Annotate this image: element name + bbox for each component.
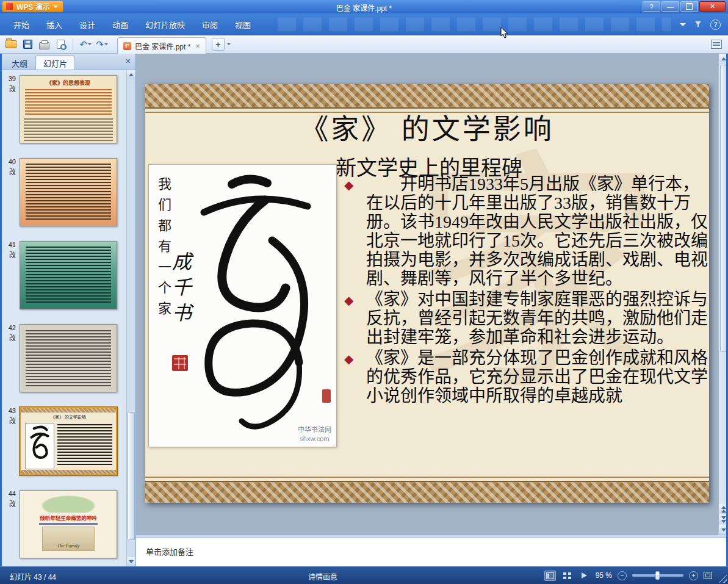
theme-name: 诗情画意 bbox=[308, 571, 337, 582]
slide-thumbnail-42[interactable] bbox=[20, 324, 117, 392]
document-tab-close-icon[interactable]: × bbox=[195, 42, 200, 50]
minimize-button[interactable]: — bbox=[661, 1, 679, 12]
help-button[interactable]: ? bbox=[643, 1, 660, 12]
slide-number: 39 bbox=[2, 75, 16, 82]
redo-button[interactable]: ↷ bbox=[95, 37, 109, 52]
scroll-up-arrow-icon[interactable] bbox=[127, 70, 135, 79]
text-placeholder-lines bbox=[25, 89, 112, 116]
close-icon: ✕ bbox=[710, 2, 715, 10]
zoom-in-button[interactable]: + bbox=[689, 571, 698, 580]
print-button[interactable] bbox=[37, 37, 51, 52]
layout-toggle-icon[interactable] bbox=[711, 40, 722, 49]
tab-slides[interactable]: 幻灯片 bbox=[35, 56, 75, 70]
slide-ornament-top bbox=[145, 84, 709, 109]
zoom-percentage: 95 % bbox=[596, 571, 612, 580]
slide-number: 40 bbox=[2, 158, 16, 165]
slide-canvas[interactable]: 家 《家》 的文学影响 新文学史上的里程碑 我们都有一个家 成千书 bbox=[145, 84, 709, 503]
scrollbar-thumb[interactable] bbox=[128, 412, 135, 540]
presentation-doc-icon: P bbox=[123, 42, 131, 50]
bullet-item: 《家》对中国封建专制家庭罪恶的强烈控诉与反抗，曾经引起无数青年的共鸣，激励他们走… bbox=[342, 290, 708, 347]
book-cover-text: The Family bbox=[57, 543, 80, 550]
menu-item-animation[interactable]: 动画 bbox=[104, 13, 137, 35]
modified-badge: 改 bbox=[2, 167, 16, 176]
open-button[interactable] bbox=[4, 37, 18, 52]
menu-item-view[interactable]: 视图 bbox=[226, 13, 259, 35]
slide-thumbnail-44[interactable]: 倾听年轻生命痛苦的呻吟 The Family bbox=[20, 490, 117, 558]
text-placeholder-lines bbox=[26, 247, 111, 303]
thumbnail-row-44: 44 改 倾听年轻生命痛苦的呻吟 The Family bbox=[20, 490, 123, 558]
normal-view-icon bbox=[546, 572, 554, 579]
thumb-meta: 42 改 bbox=[2, 324, 16, 342]
watermark-url: shxw.com bbox=[298, 434, 331, 443]
menu-item-home[interactable]: 开始 bbox=[5, 13, 38, 35]
filter-funnel-icon[interactable] bbox=[694, 21, 702, 28]
body-text-block[interactable]: 开明书店1933年5月出版《家》单行本，在以后的十几年里出版了33版，销售数十万… bbox=[342, 175, 708, 407]
new-tab-button[interactable]: + bbox=[212, 38, 225, 51]
sketch-illustration bbox=[35, 493, 102, 513]
status-bar: 幻灯片 43 / 44 诗情画意 95 % − + bbox=[0, 566, 728, 584]
document-tab[interactable]: P 巴金 家课件.ppt * × bbox=[117, 37, 206, 54]
calligraphy-image[interactable]: 我们都有一个家 成千书 bbox=[148, 164, 337, 447]
main-area: 家 《家》 的文学影响 新文学史上的里程碑 我们都有一个家 成千书 bbox=[135, 54, 728, 566]
toolbar-separator bbox=[73, 38, 73, 51]
zoom-out-button[interactable]: − bbox=[618, 571, 627, 580]
tab-outline[interactable]: 大纲 bbox=[4, 56, 35, 70]
maximize-button[interactable] bbox=[680, 1, 698, 12]
menu-item-review[interactable]: 审阅 bbox=[193, 13, 226, 35]
redo-dropdown-icon bbox=[104, 43, 108, 45]
menubar-right-tools: ? bbox=[680, 13, 721, 35]
title-bar: WPS 演示 巴金 家课件.ppt * ? — ✕ bbox=[0, 0, 728, 13]
thumbnail-list: 39 改 《家》的思想表现 40 改 bbox=[0, 70, 126, 566]
slideshow-button[interactable] bbox=[578, 571, 590, 581]
notes-pane[interactable]: 单击添加备注 bbox=[136, 538, 728, 566]
save-button[interactable] bbox=[20, 37, 35, 52]
slide-number: 44 bbox=[2, 490, 16, 497]
mini-calligraphy-image bbox=[25, 423, 54, 469]
slide-thumbnail-39[interactable]: 《家》的思想表现 bbox=[20, 75, 117, 143]
zoom-slider[interactable] bbox=[632, 574, 683, 577]
statusbar-controls: 95 % − + bbox=[544, 567, 712, 584]
scroll-down-arrow-icon[interactable] bbox=[127, 557, 135, 566]
close-button[interactable]: ✕ bbox=[699, 1, 726, 12]
new-tab-dropdown-icon[interactable] bbox=[227, 43, 231, 45]
slide-ornament-bottom bbox=[145, 481, 709, 503]
menu-item-design[interactable]: 设计 bbox=[71, 13, 104, 35]
slide-number: 41 bbox=[2, 241, 16, 248]
wps-app-menu-button[interactable]: WPS 演示 bbox=[2, 1, 63, 12]
slide-thumbnail-40[interactable] bbox=[20, 158, 117, 226]
mini-ornament-band bbox=[21, 470, 116, 474]
slide-sorter-icon bbox=[563, 572, 571, 579]
watermark-site: 中华书法网 bbox=[298, 425, 331, 434]
help-icon[interactable]: ? bbox=[710, 20, 721, 30]
save-floppy-icon bbox=[23, 40, 32, 49]
modified-badge: 改 bbox=[2, 84, 16, 93]
modified-badge: 改 bbox=[2, 333, 16, 342]
slide-title[interactable]: 《家》 的文学影响 bbox=[145, 106, 709, 146]
menu-item-insert[interactable]: 插入 bbox=[38, 13, 71, 35]
undo-button[interactable]: ↶ bbox=[78, 37, 93, 52]
thumb-title: 《家》的思想表现 bbox=[20, 76, 117, 87]
normal-view-button[interactable] bbox=[544, 571, 556, 581]
fit-to-window-icon[interactable] bbox=[704, 572, 712, 579]
thumb-meta: 40 改 bbox=[2, 158, 16, 176]
thumb-meta: 41 改 bbox=[2, 241, 16, 259]
wps-presentation-window: WPS 演示 巴金 家课件.ppt * ? — ✕ 开始 插入 设计 动画 幻灯… bbox=[0, 0, 728, 584]
zoom-slider-thumb[interactable] bbox=[655, 571, 660, 580]
thumb-title: 《家》 的文学影响 bbox=[21, 414, 116, 420]
resize-grip[interactable] bbox=[718, 574, 727, 583]
window-controls: ? — ✕ bbox=[643, 1, 726, 12]
notes-placeholder[interactable]: 单击添加备注 bbox=[136, 538, 728, 557]
panel-close-icon[interactable]: × bbox=[126, 57, 131, 65]
red-seal-stamp bbox=[172, 355, 188, 371]
collapse-ribbon-icon[interactable] bbox=[680, 23, 686, 26]
slide-thumbnail-41[interactable] bbox=[20, 241, 117, 309]
slide-thumbnail-43-selected[interactable]: 《家》 的文学影响 bbox=[20, 407, 117, 475]
text-placeholder-lines bbox=[26, 164, 111, 220]
menu-item-slideshow[interactable]: 幻灯片放映 bbox=[137, 13, 193, 35]
slide-sorter-view-button[interactable] bbox=[561, 571, 573, 581]
book-cover: The Family bbox=[42, 527, 95, 551]
thumb-meta: 39 改 bbox=[2, 75, 16, 93]
panel-scrollbar[interactable] bbox=[126, 70, 135, 566]
slide-number: 43 bbox=[2, 407, 16, 414]
print-preview-button[interactable] bbox=[53, 37, 68, 52]
